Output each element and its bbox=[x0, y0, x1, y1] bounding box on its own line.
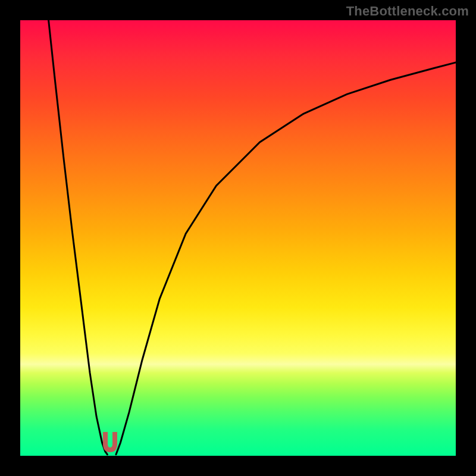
attribution-label: TheBottleneck.com bbox=[346, 4, 469, 19]
plot-area bbox=[20, 20, 456, 456]
dip-marker-icon bbox=[101, 432, 119, 455]
chart-frame: TheBottleneck.com bbox=[0, 0, 476, 476]
bottleneck-curve bbox=[20, 20, 456, 456]
